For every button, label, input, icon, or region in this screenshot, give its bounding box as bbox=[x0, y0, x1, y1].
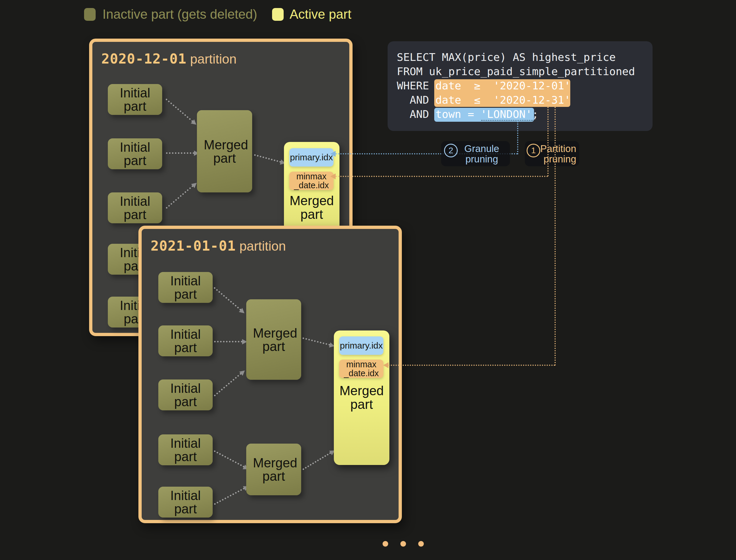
sql-line-1: SELECT MAX(price) AS highest_price bbox=[397, 50, 616, 64]
orange-connector-horizontal-2 bbox=[389, 365, 555, 366]
blue-connector-vertical bbox=[517, 121, 518, 154]
carousel-dot-1[interactable] bbox=[383, 541, 388, 547]
sql-line-2: FROM uk_price_paid_simple_partitioned bbox=[397, 64, 635, 79]
orange-arrowhead-2 bbox=[383, 362, 389, 368]
carousel-dot-2[interactable] bbox=[401, 541, 406, 547]
active-merged-label: Merged part bbox=[284, 194, 339, 221]
merge-arrow bbox=[214, 450, 245, 467]
step-1-badge: 1 bbox=[527, 144, 540, 157]
merge-arrow bbox=[302, 337, 330, 346]
partition-pruning-label: 1 Partition pruning bbox=[525, 141, 579, 166]
partition-box-2021-01-01: 2021-01-01partition Initial part Initial… bbox=[138, 226, 402, 523]
merge-arrow bbox=[302, 452, 331, 470]
step-2-badge: 2 bbox=[444, 144, 458, 157]
partition-title: 2020-12-01partition bbox=[101, 51, 237, 67]
initial-part: Initial part bbox=[158, 272, 213, 303]
merge-arrow bbox=[214, 341, 242, 342]
merge-arrow bbox=[165, 98, 193, 122]
orange-connector-horizontal-1 bbox=[335, 176, 548, 177]
partition-title: 2021-01-01partition bbox=[151, 238, 286, 254]
orange-connector-vertical-2 bbox=[555, 107, 556, 366]
merge-arrow bbox=[166, 152, 194, 154]
carousel-dot-3[interactable] bbox=[418, 541, 424, 547]
orange-connector-vertical-1 bbox=[547, 107, 549, 176]
merge-arrow bbox=[166, 185, 194, 209]
merge-arrow bbox=[213, 287, 241, 311]
merged-part: Merged part bbox=[246, 444, 301, 495]
minmax-date-idx-chip: minmax _date.idx bbox=[339, 360, 384, 378]
sql-line-4: AND date ≤ '2020-12-31' bbox=[397, 93, 571, 107]
sql-query-card: SELECT MAX(price) AS highest_price FROM … bbox=[388, 41, 653, 131]
partition-title-suffix: partition bbox=[239, 239, 286, 253]
legend-inactive-swatch bbox=[84, 8, 96, 21]
diagram-canvas: Inactive part (gets deleted) Active part… bbox=[0, 0, 736, 560]
legend-inactive-label: Inactive part (gets deleted) bbox=[102, 7, 257, 21]
merge-arrow bbox=[254, 154, 281, 163]
sql-line-3: WHERE date ≥ '2020-12-01' bbox=[397, 79, 571, 93]
partition-title-suffix: partition bbox=[190, 52, 237, 66]
granule-pruning-label: 2 Granule pruning bbox=[441, 141, 510, 166]
merge-arrow bbox=[214, 373, 242, 397]
initial-part: Initial part bbox=[108, 138, 162, 169]
initial-part: Initial part bbox=[108, 84, 162, 115]
active-merged-label: Merged part bbox=[334, 384, 390, 411]
partition-date: 2020-12-01 bbox=[101, 51, 186, 67]
active-merged-part: primary.idx minmax _date.idx Merged part bbox=[334, 330, 390, 465]
merged-part: Merged part bbox=[197, 110, 252, 192]
sql-line-5: AND town = 'LONDON'; bbox=[397, 107, 539, 121]
blue-arrowhead bbox=[330, 151, 335, 157]
london-dotted-underline bbox=[481, 120, 533, 121]
primary-idx-chip: primary.idx bbox=[339, 336, 384, 355]
initial-part: Initial part bbox=[108, 192, 162, 223]
initial-part: Initial part bbox=[158, 325, 213, 356]
orange-arrowhead-1 bbox=[330, 173, 335, 179]
initial-part: Initial part bbox=[158, 434, 213, 465]
partition-date: 2021-01-01 bbox=[151, 238, 236, 254]
legend-active-swatch bbox=[272, 8, 284, 21]
merged-part: Merged part bbox=[246, 299, 301, 380]
primary-idx-chip: primary.idx bbox=[289, 148, 333, 167]
initial-part: Initial part bbox=[158, 379, 213, 410]
initial-part: Initial part bbox=[158, 487, 213, 518]
merge-arrow bbox=[214, 488, 245, 505]
minmax-date-idx-chip: minmax _date.idx bbox=[289, 172, 333, 190]
legend-active-label: Active part bbox=[289, 7, 351, 21]
